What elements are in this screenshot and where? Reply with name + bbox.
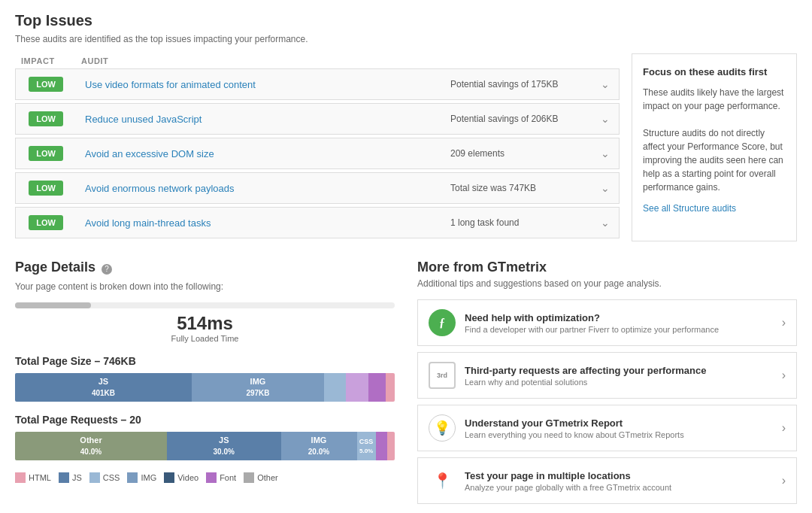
focus-box-link[interactable]: See all Structure audits (643, 202, 786, 215)
legend-item-other: Other (244, 472, 278, 483)
bar-seg-img: IMG 20.0% (281, 432, 357, 460)
audit-link[interactable]: Avoid an excessive DOM size (85, 148, 214, 159)
mgt-item-desc: Learn why and potential solutions (465, 378, 773, 387)
bar-seg-img: IMG 297KB (192, 373, 324, 402)
audit-link[interactable]: Avoid enormous network payloads (85, 183, 235, 194)
col-audit-header: AUDIT (81, 56, 614, 65)
legend-swatch-html (15, 472, 26, 483)
focus-box-title: Focus on these audits first (643, 65, 786, 80)
audit-link[interactable]: Reduce unused JavaScript (85, 114, 201, 125)
bar-seg-css: CSS 5.0% (357, 432, 376, 460)
chevron-down-icon[interactable]: ⌄ (592, 140, 619, 167)
fiverr-icon: ƒ (429, 309, 456, 336)
timeline-container: 514ms Fully Loaded Time (15, 302, 395, 343)
mgt-item-desc: Find a developer with our partner Fiverr… (465, 325, 773, 334)
table-header: IMPACT AUDIT (15, 53, 620, 68)
lightbulb-icon: 💡 (429, 414, 456, 442)
chevron-down-icon[interactable]: ⌄ (592, 71, 619, 98)
chart-legend: HTML JS CSS IMG Video (15, 472, 395, 483)
page-requests-title: Total Page Requests – 20 (15, 414, 395, 426)
impact-badge: Low (29, 215, 63, 230)
mgt-item-title: Need help with optimization? (465, 312, 773, 323)
table-row: Low Use video formats for animated conte… (15, 68, 620, 100)
mgt-item-title: Test your page in multiple locations (465, 470, 773, 481)
bar-seg-other (346, 373, 368, 402)
timeline-bar (15, 302, 395, 308)
third-party-icon: 3rd (429, 362, 456, 389)
page-details-title: Page Details (15, 260, 95, 275)
chevron-right-icon: › (782, 369, 786, 382)
mgt-item-title: Understand your GTmetrix Report (465, 417, 773, 429)
legend-item-font: Font (206, 472, 236, 483)
top-issues-section: Top Issues These audits are identified a… (15, 12, 797, 241)
table-row: Low Avoid long main-thread tasks 1 long … (15, 207, 620, 238)
impact-badge: Low (29, 111, 63, 126)
top-issues-subtitle: These audits are identified as the top i… (15, 34, 797, 44)
chevron-down-icon[interactable]: ⌄ (592, 105, 619, 132)
legend-swatch-video (164, 472, 174, 483)
legend-swatch-other (244, 472, 254, 483)
mgt-item-understand-report[interactable]: 💡 Understand your GTmetrix Report Learn … (417, 405, 797, 451)
total-page-requests: Total Page Requests – 20 Other 40.0% JS … (15, 414, 395, 460)
mgt-item-third-party[interactable]: 3rd Third-party requests are affecting y… (417, 352, 797, 399)
audit-detail: 209 elements (441, 141, 592, 166)
impact-badge: Low (29, 77, 63, 92)
chevron-right-icon: › (782, 316, 786, 329)
col-impact-header: IMPACT (21, 56, 81, 65)
help-icon[interactable]: ? (102, 264, 112, 275)
total-page-size: Total Page Size – 746KB JS 401KB IMG 297… (15, 355, 395, 402)
bar-seg-js: JS 401KB (15, 373, 192, 402)
legend-item-js: JS (59, 472, 82, 483)
more-gtmetrix-section: More from GTmetrix Additional tips and s… (417, 260, 797, 513)
impact-badge: Low (29, 181, 63, 196)
location-pin-icon: 📍 (429, 467, 456, 494)
chevron-down-icon[interactable]: ⌄ (592, 209, 619, 236)
mgt-subtitle: Additional tips and suggestions based on… (417, 278, 797, 289)
audit-detail: Potential savings of 206KB (441, 106, 592, 132)
legend-item-css: CSS (89, 472, 120, 483)
audit-detail: Total size was 747KB (441, 175, 592, 201)
bar-seg-other: Other 40.0% (15, 432, 167, 460)
focus-box-body: These audits likely have the largest imp… (643, 86, 786, 194)
audit-detail: Potential savings of 175KB (441, 71, 592, 97)
impact-badge: Low (29, 146, 63, 161)
mgt-item-title: Third-party requests are affecting your … (465, 365, 773, 376)
chevron-down-icon[interactable]: ⌄ (592, 175, 619, 202)
audit-link[interactable]: Avoid long main-thread tasks (85, 217, 211, 229)
bar-seg-font (376, 432, 387, 460)
fully-loaded-label: Fully Loaded Time (15, 334, 395, 343)
legend-item-html: HTML (15, 472, 51, 483)
page-size-title: Total Page Size – 746KB (15, 355, 395, 367)
mgt-item-fiverr[interactable]: ƒ Need help with optimization? Find a de… (417, 299, 797, 346)
fully-loaded-time: 514ms (15, 313, 395, 334)
page-size-bar: JS 401KB IMG 297KB (15, 373, 395, 402)
mgt-item-desc: Analyze your page globally with a free G… (465, 483, 773, 492)
chevron-right-icon: › (782, 474, 786, 487)
bar-seg-html (386, 373, 395, 402)
legend-item-video: Video (164, 472, 198, 483)
table-row: Low Reduce unused JavaScript Potential s… (15, 103, 620, 135)
bar-seg-html (387, 432, 395, 460)
timeline-fill (15, 302, 91, 308)
page-requests-bar: Other 40.0% JS 30.0% IMG 20.0% CSS 5.0% (15, 432, 395, 460)
legend-swatch-js (59, 472, 69, 483)
legend-swatch-font (206, 472, 217, 483)
top-issues-title: Top Issues (15, 12, 797, 29)
mgt-item-test-locations[interactable]: 📍 Test your page in multiple locations A… (417, 457, 797, 504)
mgt-item-desc: Learn everything you need to know about … (465, 430, 773, 439)
audit-link[interactable]: Use video formats for animated content (85, 79, 256, 90)
audit-detail: 1 long task found (441, 210, 592, 235)
issues-table: IMPACT AUDIT Low Use video formats for a… (15, 53, 620, 241)
table-row: Low Avoid enormous network payloads Tota… (15, 172, 620, 204)
bar-seg-css (324, 373, 346, 402)
page-details-section: Page Details ? Your page content is brok… (15, 260, 395, 513)
legend-swatch-css (89, 472, 100, 483)
chevron-right-icon: › (782, 421, 786, 435)
bar-seg-font (368, 373, 386, 402)
table-row: Low Avoid an excessive DOM size 209 elem… (15, 138, 620, 169)
focus-box: Focus on these audits first These audits… (632, 53, 797, 241)
legend-item-img: IMG (127, 472, 156, 483)
bar-seg-js: JS 30.0% (167, 432, 281, 460)
legend-swatch-img (127, 472, 138, 483)
mgt-title: More from GTmetrix (417, 260, 797, 275)
